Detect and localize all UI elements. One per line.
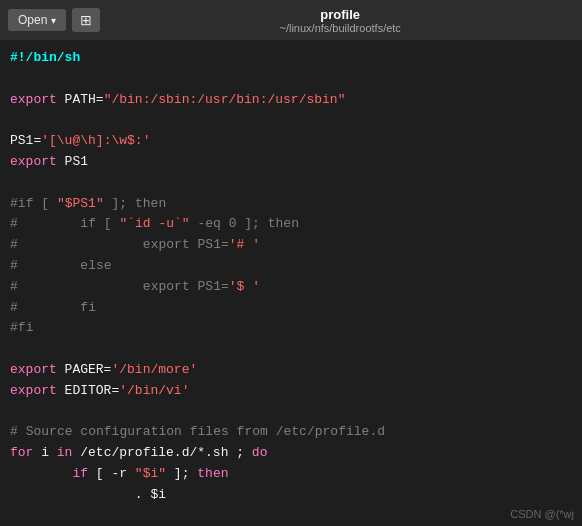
code-line: #fi bbox=[10, 318, 572, 339]
file-title: profile bbox=[106, 7, 574, 22]
code-line bbox=[10, 339, 572, 360]
code-line: #if [ "$PS1" ]; then bbox=[10, 194, 572, 215]
code-line: . $i bbox=[10, 485, 572, 506]
code-line: # Source configuration files from /etc/p… bbox=[10, 422, 572, 443]
chevron-down-icon: ▾ bbox=[51, 15, 56, 26]
code-line: PS1='[\u@\h]:\w$:' bbox=[10, 131, 572, 152]
code-line: for i in /etc/profile.d/*.sh ; do bbox=[10, 443, 572, 464]
code-line: # fi bbox=[10, 298, 572, 319]
open-button[interactable]: Open ▾ bbox=[8, 9, 66, 31]
code-line bbox=[10, 110, 572, 131]
title-center: profile ~/linux/nfs/buildrootfs/etc bbox=[106, 7, 574, 34]
code-line: # export PS1='$ ' bbox=[10, 277, 572, 298]
code-line: export EDITOR='/bin/vi' bbox=[10, 381, 572, 402]
file-path: ~/linux/nfs/buildrootfs/etc bbox=[106, 22, 574, 34]
code-line: # else bbox=[10, 256, 572, 277]
code-line: #!/bin/sh bbox=[10, 48, 572, 69]
watermark: CSDN @(*wj bbox=[510, 508, 574, 520]
code-line bbox=[10, 402, 572, 423]
image-icon-button[interactable]: ⊞ bbox=[72, 8, 100, 32]
code-line bbox=[10, 69, 572, 90]
code-line: # export PS1='# ' bbox=[10, 235, 572, 256]
code-line: # if [ "`id -u`" -eq 0 ]; then bbox=[10, 214, 572, 235]
code-line: export PAGER='/bin/more' bbox=[10, 360, 572, 381]
code-line bbox=[10, 506, 572, 526]
code-line: export PATH="/bin:/sbin:/usr/bin:/usr/sb… bbox=[10, 90, 572, 111]
code-line bbox=[10, 173, 572, 194]
title-bar: Open ▾ ⊞ profile ~/linux/nfs/buildrootfs… bbox=[0, 0, 582, 40]
code-line: if [ -r "$i" ]; then bbox=[10, 464, 572, 485]
editor-area[interactable]: #!/bin/sh export PATH="/bin:/sbin:/usr/b… bbox=[0, 40, 582, 526]
code-line: export PS1 bbox=[10, 152, 572, 173]
open-label: Open bbox=[18, 13, 47, 27]
